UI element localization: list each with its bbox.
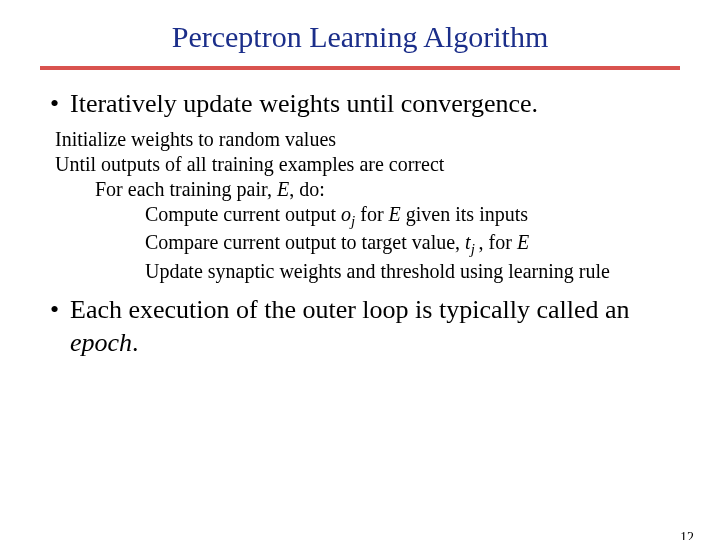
pseudo-var-E: E xyxy=(277,178,289,200)
pseudo-line: Until outputs of all training examples a… xyxy=(55,152,670,177)
pseudo-text: Compare current output to target value, xyxy=(145,231,465,253)
bullet-text-epoch: epoch xyxy=(70,328,132,357)
pseudo-line: Update synaptic weights and threshold us… xyxy=(145,259,670,284)
pseudo-var-o: o xyxy=(341,203,351,225)
bullet-list-2: • Each execution of the outer loop is ty… xyxy=(70,294,670,359)
pseudo-line: For each training pair, E, do: xyxy=(95,177,670,202)
pseudo-subscript-j: j xyxy=(471,241,479,257)
title-underline xyxy=(40,66,680,70)
pseudo-line: Compare current output to target value, … xyxy=(145,230,670,259)
pseudo-text: for xyxy=(484,231,517,253)
page-number: 12 xyxy=(680,530,694,540)
bullet-text-pre: Each execution of the outer loop is typi… xyxy=(70,295,630,324)
bullet-list: • Iteratively update weights until conve… xyxy=(70,88,670,121)
pseudo-line: Compute current output oj for E given it… xyxy=(145,202,670,231)
bullet-dot-icon: • xyxy=(50,88,70,121)
pseudo-text: Compute current output xyxy=(145,203,341,225)
pseudo-text: given its inputs xyxy=(401,203,528,225)
pseudo-text: For each training pair, xyxy=(95,178,277,200)
pseudo-var-E: E xyxy=(517,231,529,253)
pseudo-var-E: E xyxy=(389,203,401,225)
bullet-text-post: . xyxy=(132,328,139,357)
pseudo-text: for xyxy=(355,203,388,225)
bullet-item-1: • Iteratively update weights until conve… xyxy=(70,88,670,121)
pseudocode-block: Initialize weights to random values Unti… xyxy=(55,127,670,285)
bullet-dot-icon: • xyxy=(50,294,70,327)
slide: Perceptron Learning Algorithm • Iterativ… xyxy=(0,20,720,540)
pseudo-text: , do: xyxy=(289,178,325,200)
bullet-item-2: • Each execution of the outer loop is ty… xyxy=(70,294,670,359)
bullet-text-2: Each execution of the outer loop is typi… xyxy=(70,294,670,359)
bullet-text-1: Iteratively update weights until converg… xyxy=(70,88,538,121)
slide-title: Perceptron Learning Algorithm xyxy=(0,20,720,54)
pseudo-line: Initialize weights to random values xyxy=(55,127,670,152)
